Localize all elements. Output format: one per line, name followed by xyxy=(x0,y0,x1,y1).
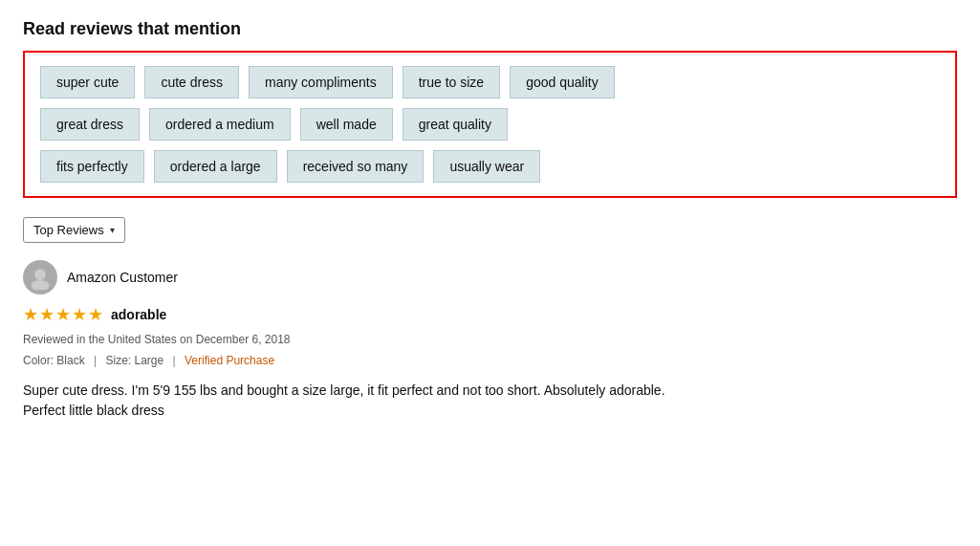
star-5: ★ xyxy=(88,304,103,325)
mention-row-1: super cute cute dress many compliments t… xyxy=(40,66,940,98)
sort-dropdown[interactable]: Top Reviews ▾ xyxy=(23,217,125,243)
reviewer-name: Amazon Customer xyxy=(67,270,178,285)
star-1: ★ xyxy=(23,304,38,325)
mention-row-2: great dress ordered a medium well made g… xyxy=(40,108,940,141)
reviewer-header: Amazon Customer xyxy=(23,260,957,295)
review-body-line2: Perfect little black dress xyxy=(23,403,164,418)
section-title: Read reviews that mention xyxy=(23,19,957,39)
review-body-line1: Super cute dress. I'm 5'9 155 lbs and bo… xyxy=(23,382,665,398)
tag-great-quality[interactable]: great quality xyxy=(403,108,508,141)
review-size-value: Large xyxy=(135,354,164,367)
tag-true-to-size[interactable]: true to size xyxy=(403,66,500,98)
divider-2: | xyxy=(173,354,176,367)
tag-usually-wear[interactable]: usually wear xyxy=(433,150,540,183)
tag-great-dress[interactable]: great dress xyxy=(40,108,140,141)
tag-cute-dress[interactable]: cute dress xyxy=(144,66,239,98)
tag-ordered-a-large[interactable]: ordered a large xyxy=(154,150,277,183)
tag-received-so-many[interactable]: received so many xyxy=(287,150,425,183)
tag-many-compliments[interactable]: many compliments xyxy=(249,66,393,98)
review-section: Amazon Customer ★ ★ ★ ★ ★ adorable Revie… xyxy=(23,260,957,421)
star-2: ★ xyxy=(39,304,54,325)
review-body: Super cute dress. I'm 5'9 155 lbs and bo… xyxy=(23,381,957,421)
tag-fits-perfectly[interactable]: fits perfectly xyxy=(40,150,144,183)
sort-dropdown-wrapper: Top Reviews ▾ xyxy=(23,217,957,243)
review-title: adorable xyxy=(111,307,166,322)
review-attributes: Color: Black | Size: Large | Verified Pu… xyxy=(23,354,957,367)
review-date: Reviewed in the United States on Decembe… xyxy=(23,333,291,346)
star-3: ★ xyxy=(55,304,71,325)
tag-ordered-a-medium[interactable]: ordered a medium xyxy=(149,108,291,141)
mention-row-3: fits perfectly ordered a large received … xyxy=(40,150,940,183)
avatar xyxy=(23,260,57,295)
review-meta: Reviewed in the United States on Decembe… xyxy=(23,333,957,346)
review-color-value: Black xyxy=(56,354,84,367)
review-color-label: Color: xyxy=(23,354,56,367)
divider-1: | xyxy=(94,354,97,367)
sort-label: Top Reviews xyxy=(33,223,104,237)
tag-super-cute[interactable]: super cute xyxy=(40,66,135,98)
review-size-label: Size: xyxy=(106,354,135,367)
svg-point-1 xyxy=(32,280,50,290)
stars: ★ ★ ★ ★ ★ xyxy=(23,304,103,325)
verified-badge[interactable]: Verified Purchase xyxy=(185,354,274,367)
tag-good-quality[interactable]: good quality xyxy=(510,66,615,98)
chevron-down-icon: ▾ xyxy=(110,225,115,235)
star-4: ★ xyxy=(72,304,87,325)
tag-well-made[interactable]: well made xyxy=(300,108,393,141)
mention-tags-container: super cute cute dress many compliments t… xyxy=(23,51,957,198)
svg-point-0 xyxy=(34,269,46,280)
star-row: ★ ★ ★ ★ ★ adorable xyxy=(23,304,957,325)
